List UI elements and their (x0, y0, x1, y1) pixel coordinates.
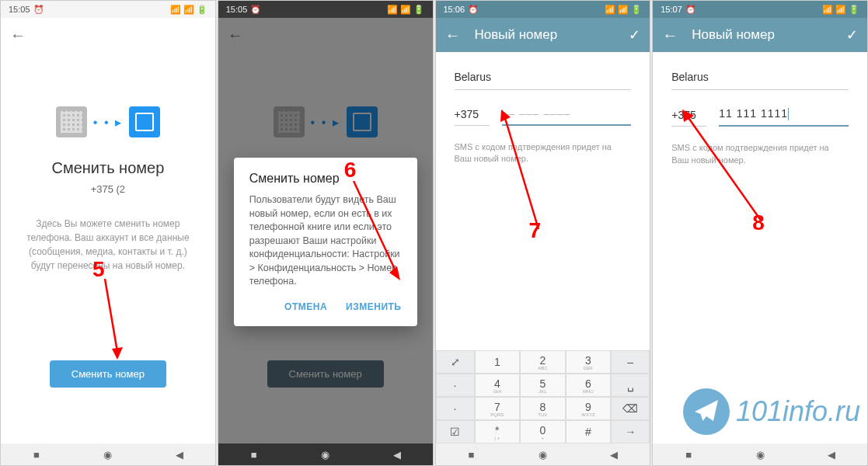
key-expand[interactable]: ⤢ (436, 350, 475, 374)
back-icon[interactable]: ← (662, 26, 678, 44)
phone-number-field[interactable]: 11 111 1111 (719, 103, 849, 127)
status-icons: 📶 📶 🔋 (822, 5, 859, 15)
key-backspace[interactable]: ⌫ (611, 397, 650, 420)
key-2[interactable]: 2ABC (520, 350, 566, 374)
watermark: 101info.ru (683, 388, 860, 435)
key-8[interactable]: 8TUV (520, 397, 566, 420)
nav-bar: ■ ◉ ◀ (1, 443, 215, 465)
nav-bar: ■ ◉ ◀ (436, 443, 650, 465)
nav-back-icon[interactable]: ◀ (391, 448, 403, 461)
key-1[interactable]: 1 (475, 350, 521, 374)
screen-3: 15:06⏰ 📶 📶 🔋 ← Новый номер ✓ Belarus +37… (435, 0, 651, 466)
status-bar: 15:05⏰ 📶 📶 🔋 (218, 1, 433, 18)
confirm-button[interactable]: ИЗМЕНИТЬ (346, 301, 401, 312)
key-7[interactable]: 7PQRS (475, 397, 521, 420)
header: ← (1, 18, 215, 52)
screen-2: 15:05⏰ 📶 📶 🔋 ← • • ▸ Сменить номер Смени… (218, 0, 434, 466)
key-side4[interactable]: ☑ (436, 420, 475, 443)
arrow-dots-icon: • • ▸ (93, 115, 123, 130)
alarm-icon: ⏰ (250, 5, 261, 15)
nav-recent-icon[interactable]: ■ (682, 448, 695, 461)
status-time: 15:05 (9, 5, 30, 14)
current-phone: +375 (2 (91, 183, 125, 195)
alarm-icon: ⏰ (468, 5, 479, 15)
telegram-icon (683, 388, 730, 435)
status-time: 15:06 (444, 5, 465, 14)
description: Здесь Вы можете сменить номер телефона. … (19, 217, 197, 273)
status-icons: 📶 📶 🔋 (387, 5, 424, 15)
header-title: Новый номер (692, 27, 846, 43)
nav-back-icon[interactable]: ◀ (173, 448, 186, 461)
header-title: Новый номер (475, 27, 629, 43)
status-icons: 📶 📶 🔋 (605, 5, 642, 15)
alarm-icon: ⏰ (33, 5, 44, 15)
back-icon[interactable]: ← (445, 26, 461, 44)
header: ← Новый номер ✓ (436, 18, 650, 52)
country-code-field[interactable]: +375 (455, 103, 490, 126)
key-enter[interactable]: → (611, 420, 650, 443)
nav-recent-icon[interactable]: ■ (248, 448, 260, 461)
screen-1: 15:05⏰ 📶 📶 🔋 ← • • ▸ Сменить номер +375 … (0, 0, 216, 466)
key-minus[interactable]: – (611, 350, 650, 374)
confirm-dialog: Сменить номер Пользователи будут видеть … (234, 158, 417, 326)
nav-recent-icon[interactable]: ■ (465, 448, 477, 461)
key-side3[interactable]: · (436, 397, 475, 420)
phone-value: 11 111 1111 (719, 107, 788, 120)
sim-old-icon (56, 106, 87, 137)
key-6[interactable]: 6MNO (566, 374, 612, 397)
nav-home-icon[interactable]: ◉ (754, 448, 766, 461)
change-number-button[interactable]: Сменить номер (267, 360, 384, 388)
country-code-field[interactable]: +375 (671, 104, 706, 127)
nav-bar: ■ ◉ ◀ (218, 443, 433, 465)
page-title: Сменить номер (51, 159, 164, 177)
status-icons: 📶 📶 🔋 (170, 5, 207, 15)
back-icon[interactable]: ← (228, 26, 243, 44)
dialog-title: Сменить номер (249, 172, 402, 186)
header: ← (218, 18, 433, 52)
key-star[interactable]: *( + (475, 420, 521, 443)
alarm-icon: ⏰ (685, 5, 696, 15)
numeric-keypad: ⤢ 1 2ABC 3DEF – · 4GHI 5JKL 6MNO ␣ · 7PQ… (436, 350, 650, 443)
key-space[interactable]: ␣ (611, 374, 650, 397)
phone-number-field[interactable]: –– ––– –––– (502, 103, 632, 126)
status-bar: 15:07⏰ 📶 📶 🔋 (653, 1, 867, 18)
nav-back-icon[interactable]: ◀ (825, 448, 838, 461)
sim-old-icon (274, 106, 305, 137)
nav-bar: ■ ◉ ◀ (653, 443, 867, 465)
key-9[interactable]: 9WXYZ (566, 397, 612, 420)
key-3[interactable]: 3DEF (566, 350, 612, 374)
key-hash[interactable]: # (566, 420, 612, 443)
content: • • ▸ Сменить номер +375 (2 Здесь Вы мож… (1, 52, 215, 465)
header: ← Новый номер ✓ (653, 18, 867, 52)
key-side2[interactable]: · (436, 374, 475, 397)
key-0[interactable]: 0+ (520, 420, 566, 443)
dialog-text: Пользователи будут видеть Ваш новый номе… (249, 193, 402, 289)
nav-home-icon[interactable]: ◉ (102, 448, 114, 461)
nav-recent-icon[interactable]: ■ (30, 448, 43, 461)
nav-home-icon[interactable]: ◉ (536, 448, 549, 461)
sim-new-icon (347, 106, 378, 137)
sms-hint: SMS с кодом подтверждения придет на Ваш … (671, 142, 849, 166)
country-field[interactable]: Belarus (671, 64, 849, 90)
status-bar: 15:05⏰ 📶 📶 🔋 (1, 1, 215, 18)
cancel-button[interactable]: ОТМЕНА (284, 301, 327, 312)
change-number-button[interactable]: Сменить номер (50, 360, 166, 388)
sms-hint: SMS с кодом подтверждения придет на Ваш … (455, 141, 632, 165)
check-icon[interactable]: ✓ (846, 26, 858, 43)
country-field[interactable]: Belarus (455, 64, 632, 90)
back-icon[interactable]: ← (10, 26, 26, 44)
status-bar: 15:06⏰ 📶 📶 🔋 (436, 1, 650, 18)
key-4[interactable]: 4GHI (475, 374, 521, 397)
nav-back-icon[interactable]: ◀ (608, 448, 620, 461)
sim-graphic: • • ▸ (274, 106, 378, 137)
watermark-text: 101info.ru (736, 395, 860, 428)
status-time: 15:05 (226, 5, 248, 14)
status-time: 15:07 (661, 5, 682, 14)
key-5[interactable]: 5JKL (520, 374, 566, 397)
sim-graphic: • • ▸ (56, 106, 160, 137)
sim-new-icon (129, 106, 160, 137)
arrow-dots-icon: • • ▸ (311, 115, 340, 130)
nav-home-icon[interactable]: ◉ (319, 448, 332, 461)
check-icon[interactable]: ✓ (629, 26, 640, 43)
text-cursor (788, 108, 789, 120)
